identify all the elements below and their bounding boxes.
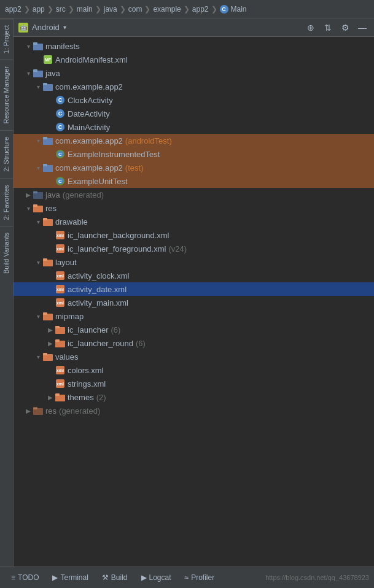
folder-icon-package-main: [43, 82, 53, 91]
tree-node-clockactivity[interactable]: C ClockActivity: [14, 93, 374, 107]
breadcrumb-main-class[interactable]: C Main: [220, 5, 247, 14]
breadcrumb-java[interactable]: java: [104, 5, 117, 14]
tree-node-manifests[interactable]: ▾ manifests: [14, 39, 374, 53]
expand-icon-values[interactable]: ▾: [33, 352, 43, 362]
node-tag-ic-launcher-fg: (v24): [168, 244, 187, 253]
svg-rect-13: [33, 204, 37, 207]
tree-node-unittest[interactable]: C ExampleUnitTest: [14, 174, 374, 188]
svg-rect-15: [43, 218, 47, 220]
expand-icon-themes[interactable]: ▶: [45, 392, 55, 402]
expand-icon-res[interactable]: ▾: [23, 203, 33, 213]
expand-icon-package-main[interactable]: ▾: [33, 82, 43, 91]
expand-icon-ic-launcher-round[interactable]: ▶: [45, 338, 55, 348]
expand-icon-java-gen[interactable]: ▶: [23, 190, 33, 199]
tree-node-strings[interactable]: xml strings.xml: [14, 377, 374, 390]
expand-icon-mipmap[interactable]: ▾: [33, 311, 43, 321]
node-label-androidmanifest: AndroidManifest.xml: [55, 55, 128, 64]
status-tab-logcat[interactable]: ▶ Logcat: [135, 571, 177, 584]
node-label-unittest: ExampleUnitTest: [68, 177, 128, 186]
tree-node-androidmanifest[interactable]: MF AndroidManifest.xml: [14, 53, 374, 66]
tree-node-res[interactable]: ▾ res: [14, 201, 374, 215]
class-icon-instrumentedtest: C: [55, 149, 65, 159]
xml-icon-activity-main: xml: [55, 298, 65, 308]
status-tabs: ≡ TODO ▶ Terminal ⚒ Build ▶ Logcat ≈ Pro…: [5, 571, 220, 584]
node-label-ic-launcher: ic_launcher: [68, 325, 109, 335]
sort-icon-btn[interactable]: ⇅: [321, 21, 335, 34]
status-tab-todo[interactable]: ≡ TODO: [5, 571, 45, 584]
expand-spacer5: [45, 149, 55, 159]
tree-node-activity-main[interactable]: xml activity_main.xml: [14, 296, 374, 309]
tree-node-activity-clock[interactable]: xml activity_clock.xml: [14, 269, 374, 282]
project-panel: 🤖 Android ▾ ⊕ ⇅ ⚙ — ▾ manifests: [14, 18, 374, 567]
side-tab-structure[interactable]: 2: Structure: [0, 130, 13, 178]
node-label-clockactivity: ClockActivity: [68, 96, 113, 105]
panel-dropdown-arrow[interactable]: ▾: [63, 24, 66, 31]
expand-icon-res-gen[interactable]: ▶: [23, 406, 33, 416]
svg-rect-29: [33, 407, 37, 409]
tree-node-package-main[interactable]: ▾ com.example.app2: [14, 80, 374, 93]
status-tab-build[interactable]: ⚒ Build: [96, 571, 134, 584]
folder-icon-java: [33, 68, 43, 78]
project-tree[interactable]: ▾ manifests MF AndroidManifest.xml ▾: [14, 37, 374, 567]
tree-node-mainactivity[interactable]: C MainActivity: [14, 120, 374, 134]
add-icon-btn[interactable]: ⊕: [304, 21, 318, 34]
tree-node-drawable[interactable]: ▾ drawable: [14, 215, 374, 228]
folder-icon-java-gen: [33, 190, 43, 199]
tree-node-ic-launcher-round[interactable]: ▶ ic_launcher_round (6): [14, 336, 374, 350]
tree-node-package-androidtest[interactable]: ▾ com.example.app2 (androidTest): [14, 134, 374, 147]
breadcrumb-app2[interactable]: app2: [5, 5, 21, 14]
breadcrumb-main[interactable]: main: [77, 5, 93, 14]
tree-node-ic-launcher-fg[interactable]: xml ic_launcher_foreground.xml (v24): [14, 242, 374, 255]
expand-spacer7: [45, 230, 55, 240]
tree-node-java[interactable]: ▾ java: [14, 66, 374, 80]
expand-icon-java[interactable]: ▾: [23, 68, 33, 78]
tree-node-package-test[interactable]: ▾ com.example.app2 (test): [14, 161, 374, 174]
node-label-manifests: manifests: [45, 42, 80, 51]
settings-icon-btn[interactable]: ⚙: [338, 21, 352, 34]
breadcrumb-app2-2[interactable]: app2: [192, 5, 209, 14]
tree-node-java-generated[interactable]: ▶ java (generated): [14, 188, 374, 201]
panel-header-left: 🤖 Android ▾: [18, 23, 66, 33]
tree-node-layout[interactable]: ▾ layout: [14, 255, 374, 269]
side-tab-resource-manager[interactable]: Resource Manager: [0, 60, 13, 130]
node-label-res-gen: res: [45, 406, 56, 416]
tree-node-mipmap[interactable]: ▾ mipmap: [14, 309, 374, 323]
side-tab-project[interactable]: 1: Project: [0, 18, 13, 60]
side-tab-favorites[interactable]: 2: Favorites: [0, 178, 13, 226]
expand-icon-drawable[interactable]: ▾: [33, 217, 43, 226]
tree-node-activity-date[interactable]: xml activity_date.xml: [14, 282, 374, 296]
expand-icon-ic-launcher[interactable]: ▶: [45, 325, 55, 335]
tree-node-ic-launcher[interactable]: ▶ ic_launcher (6): [14, 323, 374, 336]
expand-icon-manifests[interactable]: ▾: [23, 41, 33, 51]
side-tab-build-variants[interactable]: Build Variants: [0, 226, 13, 280]
tree-node-values[interactable]: ▾ values: [14, 350, 374, 363]
svg-rect-1: [33, 42, 37, 45]
node-label-dateactivity: DateActivity: [68, 109, 110, 118]
status-tab-terminal[interactable]: ▶ Terminal: [46, 571, 94, 584]
tree-node-ic-launcher-bg[interactable]: xml ic_launcher_background.xml: [14, 228, 374, 242]
node-label-instrumentedtest: ExampleInstrumentedTest: [68, 150, 160, 159]
tree-node-res-generated[interactable]: ▶ res (generated): [14, 404, 374, 417]
profiler-label: Profiler: [191, 573, 214, 582]
breadcrumb-com[interactable]: com: [128, 5, 142, 14]
expand-icon-layout[interactable]: ▾: [33, 257, 43, 267]
node-label-package-androidtest: com.example.app2: [55, 136, 123, 145]
build-icon: ⚒: [102, 573, 109, 582]
expand-icon-package-androidtest[interactable]: ▾: [33, 136, 43, 145]
todo-icon: ≡: [11, 573, 15, 582]
tree-node-dateactivity[interactable]: C DateActivity: [14, 107, 374, 120]
expand-icon-package-test[interactable]: ▾: [33, 163, 43, 172]
breadcrumb-example[interactable]: example: [153, 5, 181, 14]
tree-node-colors[interactable]: xml colors.xml: [14, 363, 374, 377]
breadcrumb-app[interactable]: app: [33, 5, 45, 14]
status-tab-profiler[interactable]: ≈ Profiler: [179, 571, 221, 584]
minimize-icon-btn[interactable]: —: [356, 21, 369, 34]
node-label-layout: layout: [55, 258, 77, 267]
folder-icon-mipmap: [43, 311, 53, 321]
svg-rect-27: [55, 393, 60, 396]
class-icon-main: C: [55, 122, 65, 132]
tree-node-instrumentedtest[interactable]: C ExampleInstrumentedTest: [14, 147, 374, 161]
tree-node-themes[interactable]: ▶ themes (2): [14, 390, 374, 404]
expand-spacer9: [45, 271, 55, 280]
breadcrumb-src[interactable]: src: [56, 5, 66, 14]
